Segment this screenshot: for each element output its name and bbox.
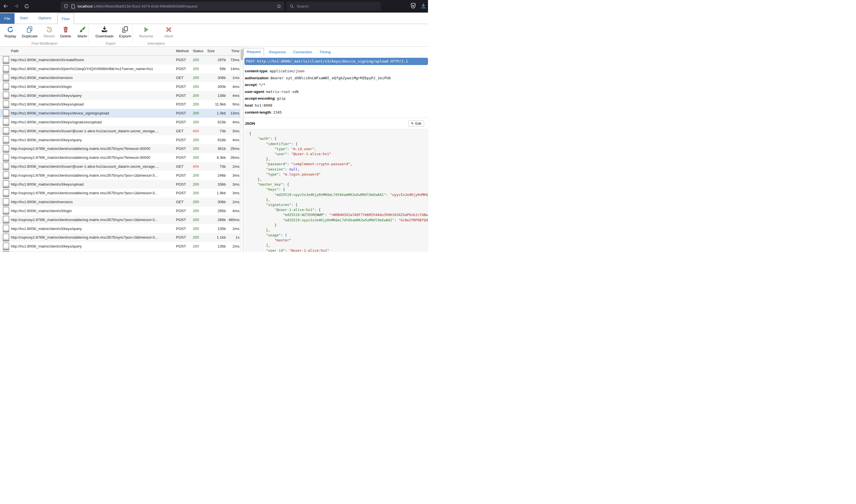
flow-row[interactable]: http://hs1:8008/_matrix/client/versionsG… [0, 198, 243, 206]
request-line[interactable]: POST http://hs1:8008/_matrix/client/v3/k… [244, 58, 428, 65]
flow-row[interactable]: http://hs1:8008/_matrix/client/v3/loginP… [0, 206, 243, 215]
flow-time: 26ms [226, 156, 239, 160]
flow-method: POST [176, 146, 193, 151]
json-line: "user": "@user-1-alice:hs1" [249, 151, 428, 157]
page-info-icon[interactable] [71, 4, 75, 8]
flow-doc-icon [0, 162, 11, 170]
flow-doc-icon [0, 118, 11, 126]
browser-search[interactable] [287, 2, 381, 11]
reload-icon[interactable] [22, 2, 31, 10]
flow-path: http://hs1:8008/_matrix/client/v3/keys/q… [11, 244, 176, 248]
flow-row[interactable]: http://ssproxy1:6789/_matrix/client/unst… [0, 188, 243, 198]
mark-button[interactable]: Mark▾ [74, 25, 90, 38]
flow-row[interactable]: http://ssproxy1:6789/_matrix/client/unst… [0, 153, 243, 162]
flow-method: POST [176, 227, 193, 231]
json-line: }, [249, 197, 428, 202]
flow-row[interactable]: http://hs1:8008/_matrix/client/v3/keys/q… [0, 136, 243, 144]
col-time[interactable]: Time [226, 49, 239, 53]
flow-time: 13ms [226, 111, 239, 115]
flow-row[interactable]: http://ssproxy1:6789/_matrix/client/unst… [0, 215, 243, 224]
search-input[interactable] [296, 4, 370, 8]
header-line[interactable]: accept: */* [245, 82, 428, 88]
menu-options[interactable]: Options [38, 13, 51, 23]
flow-row[interactable]: http://hs1:8008/_matrix/client/v3/user/@… [0, 162, 243, 171]
url-host: localhost [78, 4, 92, 8]
flow-table-header[interactable]: Path Method Status Size Time [0, 47, 243, 56]
duplicate-button[interactable]: Duplicate [18, 25, 41, 38]
flow-doc-icon [0, 189, 11, 197]
flow-time: 4ms [226, 85, 239, 89]
flow-row[interactable]: http://hs1:8008/_matrix/client/v3/keys/u… [0, 180, 243, 188]
flow-row[interactable]: http://hs1:8008/_matrix/client/v3/create… [0, 56, 243, 65]
flow-row[interactable]: http://hs1:8008/_matrix/client/v3/keys/d… [0, 109, 243, 118]
header-line[interactable]: user-agent: matrix-rust-sdk [245, 88, 428, 95]
flow-time: 25ms [226, 146, 239, 151]
flow-row[interactable]: http://ssproxy1:6789/_matrix/client/unst… [0, 171, 243, 180]
header-line[interactable]: content-length: 1345 [245, 109, 428, 116]
flow-row[interactable]: http://hs1:8008/_matrix/client/v3/keys/s… [0, 118, 243, 127]
flow-time: 2ms [226, 227, 239, 231]
flow-method: GET [176, 200, 193, 204]
flow-row[interactable]: http://hs1:8008/_matrix/client/v3/keys/q… [0, 242, 243, 251]
flow-row[interactable]: http://hs1:8008/_matrix/client/v3/join/%… [0, 65, 243, 73]
flow-time: 4ms [226, 120, 239, 124]
scrollbar-thumb[interactable] [241, 49, 243, 60]
copy-icon [121, 25, 129, 34]
edit-button[interactable]: ✎ Edit [408, 120, 424, 127]
group-caption: Interception [133, 41, 180, 46]
json-body[interactable]: { "auth": { "identifier": { "type": "m.i… [245, 129, 428, 252]
col-path[interactable]: Path [11, 49, 176, 53]
replay-button[interactable]: Replay [3, 25, 18, 38]
flow-row[interactable]: http://ssproxy1:6789/_matrix/client/unst… [0, 233, 243, 242]
flow-row[interactable]: http://hs1:8008/_matrix/client/v3/keys/q… [0, 224, 243, 233]
col-status[interactable]: Status [193, 49, 207, 53]
extension-shield-icon[interactable] [410, 2, 416, 10]
flow-row[interactable]: http://hs1:8008/_matrix/client/v3/keys/u… [0, 100, 243, 109]
forward-icon[interactable] [12, 2, 21, 10]
tab-connection[interactable]: Connection [291, 49, 314, 56]
bookmark-star-icon[interactable] [277, 4, 281, 8]
abort-button[interactable]: Abort [161, 25, 176, 38]
flow-row[interactable]: http://hs1:8008/_matrix/client/v3/user/@… [0, 126, 243, 136]
header-line[interactable]: authorization: Bearer syt_dXNlci0xLWFsaW… [245, 75, 428, 82]
flow-row[interactable] [0, 251, 243, 252]
back-icon[interactable] [1, 2, 10, 10]
delete-button[interactable]: Delete [57, 25, 74, 38]
resume-button[interactable]: Resume [137, 25, 155, 38]
flow-row[interactable]: http://hs1:8008/_matrix/client/v3/loginP… [0, 82, 243, 91]
downloads-icon[interactable] [420, 2, 427, 10]
flow-method: POST [176, 120, 193, 124]
shield-icon[interactable] [64, 4, 68, 8]
header-line[interactable]: host: hs1:8008 [245, 102, 428, 109]
menu-file-button[interactable]: File [0, 13, 15, 24]
json-line: "master_key": { [249, 182, 428, 187]
tab-response[interactable]: Response [266, 49, 288, 56]
json-line: "auth": { [249, 136, 428, 141]
flow-size: 11.9kb [207, 102, 226, 106]
url-bar[interactable]: localhost:1445/#/flows/fba5f13d-91e1-437… [61, 2, 284, 11]
flow-list-scrollbar[interactable] [240, 47, 243, 252]
flow-size: 8.3kb [207, 156, 226, 160]
col-method[interactable]: Method [176, 49, 193, 53]
flow-row[interactable]: http://ssproxy1:6789/_matrix/client/unst… [0, 144, 243, 153]
flow-time: 3ms [226, 182, 239, 186]
tab-timing[interactable]: Timing [317, 49, 333, 56]
flow-path: http://ssproxy1:6789/_matrix/client/unst… [11, 146, 176, 151]
download-button[interactable]: Download▾ [92, 25, 117, 38]
menu-tab-flow[interactable]: Flow [57, 13, 74, 24]
flow-path: http://hs1:8008/_matrix/client/v3/user/@… [11, 129, 176, 133]
flow-row[interactable]: http://hs1:8008/_matrix/client/versionsG… [0, 73, 243, 82]
menu-start[interactable]: Start [20, 13, 28, 23]
flow-row[interactable]: http://hs1:8008/_matrix/client/v3/keys/q… [0, 91, 243, 100]
flow-path: http://ssproxy1:6789/_matrix/client/unst… [11, 173, 176, 178]
header-line[interactable]: content-type: application/json [245, 68, 428, 75]
tab-request[interactable]: Request [243, 48, 264, 56]
flow-time: 4ms [226, 93, 239, 98]
revert-button[interactable]: Revert [41, 25, 57, 38]
flow-method: POST [176, 235, 193, 239]
export-button[interactable]: Export▾ [117, 25, 134, 38]
flow-doc-icon [0, 242, 11, 250]
header-line[interactable]: accept-encoding: gzip [245, 95, 428, 102]
flow-size: 295b [207, 209, 226, 213]
col-size[interactable]: Size [207, 49, 226, 53]
